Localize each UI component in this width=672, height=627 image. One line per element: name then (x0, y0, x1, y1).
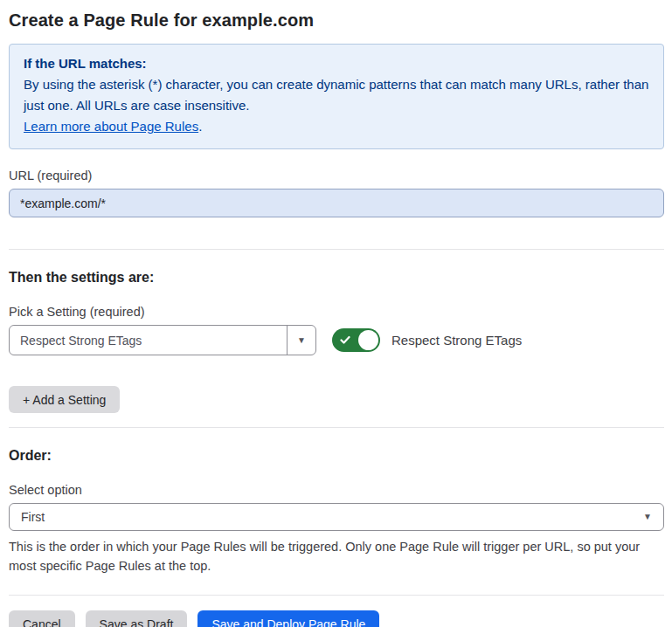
setting-select-arrow-button[interactable]: ▼ (287, 326, 315, 355)
cancel-button[interactable]: Cancel (9, 610, 75, 627)
respect-strong-etags-toggle[interactable] (332, 328, 380, 352)
settings-section-heading: Then the settings are: (9, 270, 664, 286)
info-box-body: By using the asterisk (*) character, you… (24, 74, 649, 116)
url-field-label: URL (required) (9, 169, 664, 183)
form-actions: Cancel Save as Draft Save and Deploy Pag… (9, 610, 664, 627)
info-box-link-line: Learn more about Page Rules. (24, 116, 649, 137)
toggle-knob (358, 330, 378, 350)
order-section-heading: Order: (9, 448, 664, 464)
save-as-draft-button[interactable]: Save as Draft (86, 610, 188, 627)
order-select-label: Select option (9, 483, 664, 497)
save-and-deploy-button[interactable]: Save and Deploy Page Rule (197, 610, 379, 627)
pick-setting-label: Pick a Setting (required) (9, 305, 664, 319)
info-box-heading: If the URL matches: (24, 53, 649, 74)
order-select[interactable]: First ▼ (9, 503, 664, 531)
page-title: Create a Page Rule for example.com (9, 10, 664, 31)
url-input[interactable] (9, 189, 664, 217)
setting-select[interactable]: Respect Strong ETags ▼ (9, 325, 316, 355)
chevron-down-icon: ▼ (643, 513, 652, 521)
order-select-value: First (21, 510, 45, 524)
learn-more-link[interactable]: Learn more about Page Rules (24, 119, 198, 134)
setting-row: Respect Strong ETags ▼ Respect Strong ET… (9, 325, 664, 355)
section-divider (9, 249, 664, 250)
section-divider (9, 427, 664, 428)
section-divider (9, 595, 664, 596)
check-icon (340, 335, 350, 345)
link-period: . (198, 119, 202, 134)
order-help-text: This is the order in which your Page Rul… (9, 537, 655, 575)
page-rule-form: Create a Page Rule for example.com If th… (0, 0, 672, 627)
toggle-label: Respect Strong ETags (391, 333, 522, 348)
setting-select-value: Respect Strong ETags (10, 326, 287, 355)
chevron-down-icon: ▼ (297, 336, 306, 345)
url-match-info-box: If the URL matches: By using the asteris… (9, 44, 664, 149)
add-setting-button[interactable]: + Add a Setting (9, 386, 120, 413)
